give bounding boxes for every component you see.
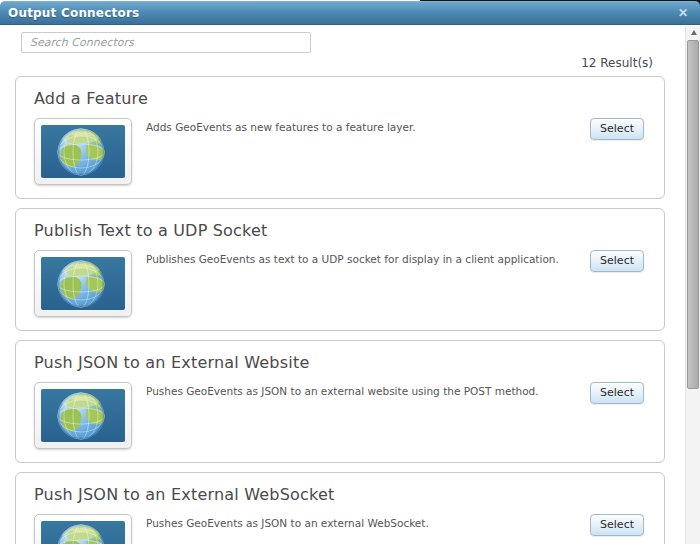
globe-thumbnail [34, 118, 132, 185]
globe-icon [41, 389, 125, 442]
globe-icon [41, 257, 125, 310]
connector-card: Push JSON to an External Website Pushes … [15, 340, 665, 463]
connector-card: Publish Text to a UDP Socket Publishes G… [15, 208, 665, 331]
connector-card-body: Publishes GeoEvents as text to a UDP soc… [34, 250, 644, 317]
connector-description: Pushes GeoEvents as JSON to an external … [146, 382, 580, 399]
connector-title: Publish Text to a UDP Socket [34, 220, 644, 242]
scroll-up-button[interactable] [686, 26, 700, 39]
connector-title: Add a Feature [34, 88, 644, 110]
connector-card: Add a Feature Adds GeoEvents as new feat… [15, 76, 665, 199]
dialog-content: 12 Result(s) Add a Feature Adds GeoEvent… [0, 26, 685, 544]
select-button[interactable]: Select [590, 514, 644, 536]
results-count: 12 Result(s) [0, 56, 653, 71]
close-icon: ✕ [678, 6, 688, 20]
connector-list: Add a Feature Adds GeoEvents as new feat… [15, 76, 665, 544]
connector-title: Push JSON to an External Website [34, 352, 644, 374]
search-input[interactable] [21, 32, 311, 53]
globe-thumbnail [34, 514, 132, 544]
connector-card-body: Pushes GeoEvents as JSON to an external … [34, 382, 644, 449]
scroll-up-icon [691, 30, 697, 35]
dialog-title: Output Connectors [8, 6, 139, 20]
connector-card-body: Adds GeoEvents as new features to a feat… [34, 118, 644, 185]
connector-description: Adds GeoEvents as new features to a feat… [146, 118, 580, 135]
close-button[interactable]: ✕ [676, 5, 690, 21]
select-button[interactable]: Select [590, 382, 644, 404]
globe-thumbnail [34, 250, 132, 317]
connector-description: Pushes GeoEvents as JSON to an external … [146, 514, 580, 531]
scrollbar[interactable] [685, 26, 700, 544]
connector-title: Push JSON to an External WebSocket [34, 484, 644, 506]
select-button[interactable]: Select [590, 118, 644, 140]
globe-thumbnail [34, 382, 132, 449]
select-button[interactable]: Select [590, 250, 644, 272]
globe-icon [41, 125, 125, 178]
connector-card: Push JSON to an External WebSocket Pushe… [15, 472, 665, 544]
globe-icon [41, 521, 125, 544]
dialog-titlebar: Output Connectors ✕ [0, 1, 700, 25]
connector-card-body: Pushes GeoEvents as JSON to an external … [34, 514, 644, 544]
connector-description: Publishes GeoEvents as text to a UDP soc… [146, 250, 580, 267]
scrollbar-thumb[interactable] [687, 40, 699, 389]
